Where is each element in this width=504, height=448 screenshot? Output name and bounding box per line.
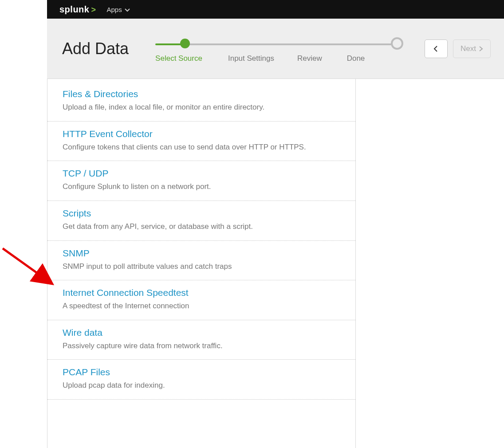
source-desc: A speedtest of the Internet connection: [63, 301, 311, 312]
wizard-header: Add Data Select Source Input Settings Re…: [47, 19, 504, 79]
apps-menu[interactable]: Apps: [106, 6, 130, 13]
wizard-nav-buttons: Next: [425, 39, 491, 58]
source-title: Files & Directories: [63, 89, 340, 99]
wizard-step-input-settings[interactable]: Input Settings: [228, 54, 274, 63]
wizard-line-remaining: [184, 43, 398, 45]
next-button[interactable]: Next: [453, 39, 491, 58]
source-desc: Upload a file, index a local file, or mo…: [63, 102, 311, 113]
wizard-node-final: [391, 37, 403, 50]
source-snmp[interactable]: SNMP SNMP input to poll attribute values…: [47, 241, 355, 281]
wizard-step-review[interactable]: Review: [297, 54, 322, 63]
wizard-line-complete: [155, 43, 184, 45]
source-title: PCAP Files: [63, 367, 340, 377]
source-desc: Get data from any API, service, or datab…: [63, 221, 311, 232]
apps-menu-label: Apps: [106, 6, 122, 13]
source-files-directories[interactable]: Files & Directories Upload a file, index…: [47, 79, 355, 122]
svg-line-0: [3, 248, 52, 284]
chevron-down-icon: [125, 6, 130, 13]
next-button-label: Next: [461, 44, 476, 53]
source-tcp-udp[interactable]: TCP / UDP Configure Splunk to listen on …: [47, 161, 355, 201]
source-desc: Configure Splunk to listen on a network …: [63, 181, 311, 193]
chevron-left-icon: [433, 46, 439, 52]
source-title: SNMP: [63, 248, 340, 259]
source-http-event-collector[interactable]: HTTP Event Collector Configure tokens th…: [47, 122, 355, 161]
source-scripts[interactable]: Scripts Get data from any API, service, …: [47, 201, 355, 241]
wizard-step-select-source[interactable]: Select Source: [155, 54, 202, 63]
wizard-node-current: [180, 39, 190, 48]
source-pcap-files[interactable]: PCAP Files Upload pcap data for indexing…: [47, 360, 355, 400]
source-title: TCP / UDP: [63, 168, 340, 179]
source-list: Files & Directories Upload a file, index…: [47, 79, 356, 448]
source-internet-speedtest[interactable]: Internet Connection Speedtest A speedtes…: [47, 280, 355, 320]
source-desc: Upload pcap data for indexing.: [63, 380, 311, 391]
logo-text: splunk: [59, 4, 89, 15]
page-title: Add Data: [62, 39, 129, 58]
source-title: HTTP Event Collector: [63, 129, 340, 139]
wizard-track: [155, 37, 403, 51]
top-nav: splunk > Apps: [47, 0, 504, 19]
source-desc: Configure tokens that clients can use to…: [63, 142, 311, 153]
source-title: Wire data: [63, 327, 340, 338]
source-wire-data[interactable]: Wire data Passively capture wire data fr…: [47, 320, 355, 360]
wizard-labels: Select Source Input Settings Review Done: [155, 54, 403, 63]
source-title: Internet Connection Speedtest: [63, 287, 340, 298]
source-title: Scripts: [63, 208, 340, 219]
wizard-step-done[interactable]: Done: [347, 54, 365, 63]
chevron-right-icon: [479, 46, 483, 51]
back-button[interactable]: [425, 39, 448, 58]
source-desc: SNMP input to poll attribute values and …: [63, 261, 311, 272]
logo-caret-icon: >: [91, 5, 96, 15]
source-desc: Passively capture wire data from network…: [63, 341, 311, 352]
splunk-logo: splunk >: [59, 4, 96, 15]
wizard-progress: Select Source Input Settings Review Done: [155, 35, 403, 63]
